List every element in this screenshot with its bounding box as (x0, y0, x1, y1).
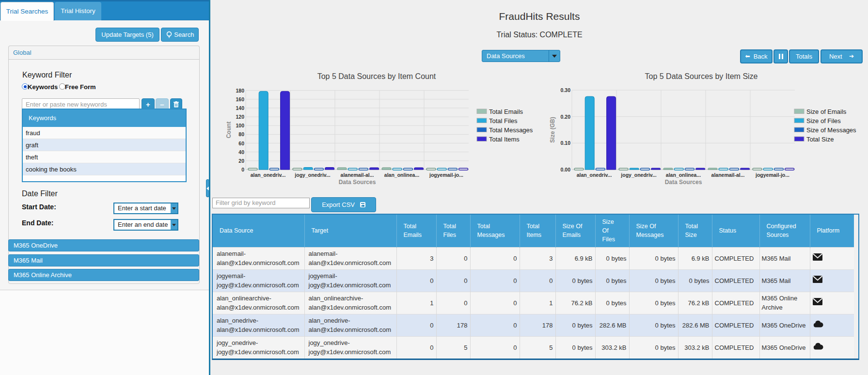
svg-text:jogyemail-jo...: jogyemail-jo... (755, 172, 789, 178)
svg-text:40: 40 (238, 149, 244, 155)
svg-text:Data Sources: Data Sources (339, 179, 376, 186)
svg-text:Data Sources: Data Sources (665, 179, 702, 186)
svg-text:alanemail-al...: alanemail-al... (341, 172, 374, 178)
svg-text:Top 5 Data Sources by Item Cou: Top 5 Data Sources by Item Count (317, 72, 436, 80)
svg-text:Total Size: Total Size (806, 136, 834, 143)
svg-text:alanemail-al...: alanemail-al... (711, 172, 745, 178)
svg-text:jogy_onedriv...: jogy_onedriv... (294, 172, 330, 178)
svg-text:120: 120 (236, 114, 244, 120)
svg-text:Total Emails: Total Emails (489, 108, 523, 115)
svg-text:100: 100 (236, 123, 244, 128)
svg-text:0.20: 0.20 (561, 114, 571, 120)
svg-text:Size of Messages: Size of Messages (806, 126, 856, 134)
svg-text:Top 5 Data Sources by Item Siz: Top 5 Data Sources by Item Size (645, 72, 758, 80)
svg-text:Total Items: Total Items (489, 136, 520, 143)
svg-text:180: 180 (236, 88, 244, 94)
svg-text:0.00: 0.00 (561, 167, 571, 172)
svg-text:0: 0 (241, 167, 244, 172)
svg-text:20: 20 (238, 158, 244, 164)
svg-text:alan_onlinea...: alan_onlinea... (384, 172, 419, 178)
svg-text:0.10: 0.10 (561, 140, 571, 146)
svg-text:alan_onlinea...: alan_onlinea... (666, 172, 701, 178)
svg-text:80: 80 (238, 131, 244, 137)
svg-text:Total Files: Total Files (489, 117, 518, 125)
svg-text:alan_onedriv...: alan_onedriv... (251, 172, 286, 178)
svg-text:alan_onedriv...: alan_onedriv... (577, 172, 612, 178)
svg-text:Size of Emails: Size of Emails (806, 108, 847, 115)
svg-text:140: 140 (236, 105, 244, 111)
svg-text:Count: Count (225, 122, 232, 139)
svg-text:jogyemail-jo...: jogyemail-jo... (429, 172, 463, 178)
svg-text:0.30: 0.30 (561, 87, 571, 93)
svg-text:Size of Files: Size of Files (806, 117, 841, 125)
svg-text:60: 60 (238, 141, 244, 146)
svg-text:jogy_onedriv...: jogy_onedriv... (620, 172, 656, 178)
svg-text:Total Messages: Total Messages (489, 126, 533, 134)
svg-text:160: 160 (236, 96, 244, 102)
svg-text:Size (GB): Size (GB) (549, 117, 556, 142)
